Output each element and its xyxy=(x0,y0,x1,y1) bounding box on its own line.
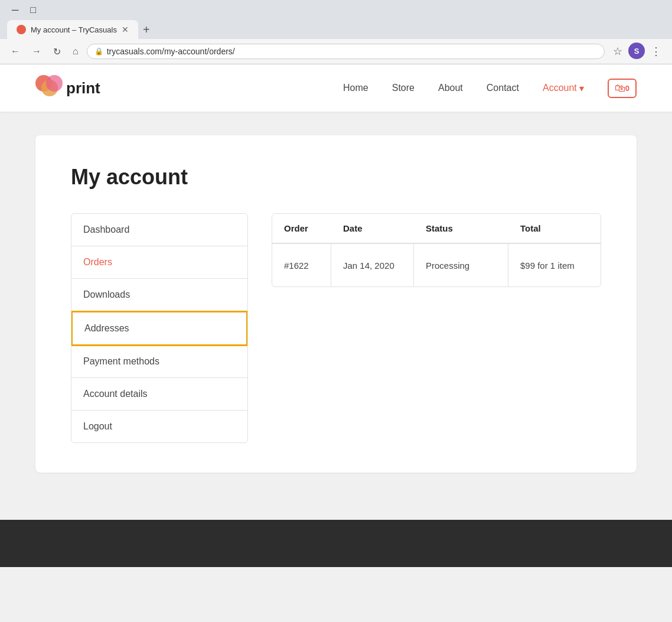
site-nav: Home Store About Contact Account ▾ 🛍 0 xyxy=(343,79,637,98)
nav-account[interactable]: Account ▾ xyxy=(543,83,584,94)
table-header: Order Date Status Total Actions xyxy=(272,214,601,243)
back-button[interactable]: ← xyxy=(7,44,24,59)
nav-about[interactable]: About xyxy=(438,83,463,93)
cart-button[interactable]: 🛍 0 xyxy=(608,79,637,98)
page-wrapper: print Home Store About Contact Account ▾… xyxy=(0,64,672,567)
cell-status: Processing xyxy=(414,244,508,286)
sidebar-item-logout[interactable]: Logout xyxy=(71,411,247,442)
tab-close-button[interactable]: ✕ xyxy=(122,25,129,34)
col-total: Total xyxy=(508,214,601,243)
sidebar-item-account-details[interactable]: Account details xyxy=(71,378,247,411)
url-text: trycasuals.com/my-account/orders/ xyxy=(107,47,597,56)
col-order: Order xyxy=(272,214,331,243)
nav-contact[interactable]: Contact xyxy=(487,83,519,93)
new-tab-button[interactable]: + xyxy=(138,21,155,39)
active-tab[interactable]: My account – TryCasuals ✕ xyxy=(7,20,138,39)
window-controls: ─ □ xyxy=(7,4,41,17)
main-content: My account Dashboard Orders Downloads Ad… xyxy=(0,112,672,496)
sidebar-item-orders[interactable]: Orders xyxy=(71,246,247,279)
forward-button[interactable]: → xyxy=(28,44,45,59)
site-header: print Home Store About Contact Account ▾… xyxy=(0,64,672,112)
table-row: #1622 Jan 14, 2020 Processing $99 for 1 … xyxy=(272,243,601,286)
cart-count: 0 xyxy=(625,84,629,93)
cell-date: Jan 14, 2020 xyxy=(331,244,414,286)
tab-favicon-icon xyxy=(17,25,26,34)
sidebar-item-dashboard[interactable]: Dashboard xyxy=(71,214,247,246)
browser-chrome: ─ □ My account – TryCasuals ✕ + ← → ↻ ⌂ … xyxy=(0,0,672,64)
orders-table: Order Date Status Total Actions #1622 Ja… xyxy=(272,213,601,287)
browser-titlebar: ─ □ xyxy=(0,0,672,20)
menu-button[interactable]: ⋮ xyxy=(647,43,665,60)
bookmark-button[interactable]: ☆ xyxy=(609,43,626,60)
nav-account-label: Account xyxy=(543,83,577,93)
logo-link[interactable]: print xyxy=(35,75,100,101)
minimize-button[interactable]: ─ xyxy=(7,4,23,17)
account-layout: Dashboard Orders Downloads Addresses Pay… xyxy=(71,213,601,443)
site-footer xyxy=(0,520,672,567)
page-title: My account xyxy=(71,165,601,190)
account-sidebar: Dashboard Orders Downloads Addresses Pay… xyxy=(71,213,248,443)
reload-button[interactable]: ↻ xyxy=(50,44,64,60)
cell-total: $99 for 1 item xyxy=(508,244,601,286)
col-date: Date xyxy=(331,214,414,243)
cart-icon: 🛍 xyxy=(615,82,625,95)
toolbar-actions: ☆ S ⋮ xyxy=(609,43,665,60)
user-avatar[interactable]: S xyxy=(628,43,645,59)
sidebar-item-addresses[interactable]: Addresses xyxy=(71,311,248,346)
browser-toolbar: ← → ↻ ⌂ 🔒 trycasuals.com/my-account/orde… xyxy=(0,39,672,64)
nav-home[interactable]: Home xyxy=(343,83,368,93)
nav-store[interactable]: Store xyxy=(392,83,415,93)
cell-order-number: #1622 xyxy=(272,244,331,286)
logo-text: print xyxy=(66,79,100,97)
chevron-down-icon: ▾ xyxy=(579,83,584,94)
maximize-button[interactable]: □ xyxy=(25,4,41,17)
sidebar-item-payment-methods[interactable]: Payment methods xyxy=(71,346,247,378)
address-bar[interactable]: 🔒 trycasuals.com/my-account/orders/ xyxy=(87,44,605,59)
sidebar-item-downloads[interactable]: Downloads xyxy=(71,279,247,311)
lock-icon: 🔒 xyxy=(94,47,103,56)
tab-bar: My account – TryCasuals ✕ + xyxy=(0,20,672,39)
home-button[interactable]: ⌂ xyxy=(69,44,82,59)
account-card: My account Dashboard Orders Downloads Ad… xyxy=(35,135,637,473)
logo-icon xyxy=(35,75,61,101)
col-status: Status xyxy=(414,214,508,243)
tab-title: My account – TryCasuals xyxy=(31,25,117,34)
